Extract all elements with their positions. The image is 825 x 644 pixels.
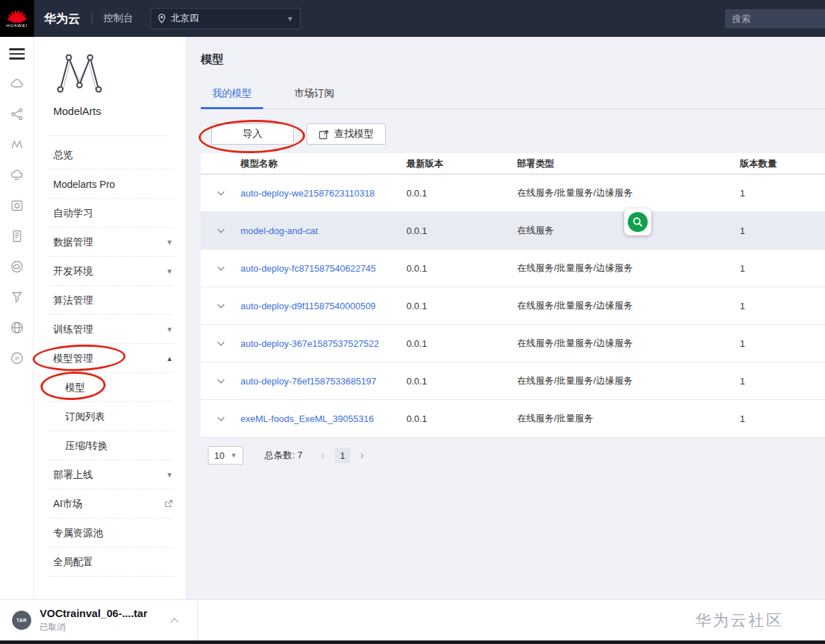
- product-name: ModelArts: [53, 105, 186, 117]
- model-name-link[interactable]: exeML-foods_ExeML_39055316: [240, 413, 406, 424]
- chevron-down-icon: ▼: [166, 326, 173, 333]
- expand-chevron-icon[interactable]: [201, 229, 240, 232]
- page-size-select[interactable]: 10 ▼: [208, 446, 243, 465]
- sidebar-item-dev-environment[interactable]: 开发环境▼: [34, 257, 186, 286]
- container-icon[interactable]: [10, 199, 24, 213]
- funnel-icon[interactable]: [10, 290, 24, 304]
- model-name-link[interactable]: auto-deploy-we21587623110318: [240, 188, 406, 199]
- sidebar-item-overview[interactable]: 总览: [34, 140, 186, 170]
- modelarts-logo: [34, 37, 186, 98]
- sidebar-item-deployment[interactable]: 部署上线▼: [34, 460, 186, 489]
- modelarts-rail-icon[interactable]: [10, 138, 24, 152]
- sidebar-item-subscription-list[interactable]: 订阅列表: [34, 402, 186, 431]
- download-bar: TAR VOCtrainval_06-....tar 已取消 华为云社区: [0, 599, 825, 640]
- cloud-circle-icon[interactable]: [10, 260, 24, 274]
- model-name-link[interactable]: auto-deploy-367e1587537527522: [240, 338, 406, 349]
- model-version: 0.0.1: [406, 263, 517, 274]
- header-latest-version: 最新版本: [406, 157, 517, 170]
- sidebar-menu: 总览 Modelarts Pro 自动学习 数据管理▼ 开发环境▼ 算法管理 训…: [34, 140, 186, 577]
- expand-chevron-icon[interactable]: [201, 304, 240, 307]
- sidebar-item-modelarts-pro[interactable]: Modelarts Pro: [34, 170, 186, 199]
- find-model-icon: [319, 129, 329, 140]
- version-count: 1: [740, 188, 825, 199]
- deploy-type: 在线服务/批量服务/边缘服务: [517, 337, 740, 350]
- prev-page-button[interactable]: ‹: [321, 449, 324, 462]
- huawei-logo[interactable]: HUAWEI: [0, 0, 34, 37]
- sidebar-item-model[interactable]: 模型: [34, 373, 186, 402]
- page-title: 模型: [201, 52, 825, 67]
- zoom-annotation-badge: [624, 209, 651, 235]
- deploy-type: 在线服务/批量服务/边缘服务: [517, 262, 740, 274]
- toolbar: 导入 查找模型: [201, 123, 825, 145]
- version-count: 1: [740, 338, 825, 349]
- sidebar-item-dedicated-pool[interactable]: 专属资源池: [34, 518, 186, 548]
- sidebar-item-model-management[interactable]: 模型管理▲: [34, 344, 186, 373]
- table-row[interactable]: exeML-foods_ExeML_39055316 0.0.1 在线服务/批量…: [201, 400, 825, 438]
- header-version-count: 版本数量: [740, 157, 825, 170]
- magnifier-icon: [628, 212, 648, 232]
- table-row[interactable]: auto-deploy-76ef1587533685197 0.0.1 在线服务…: [201, 362, 825, 400]
- model-version: 0.0.1: [406, 338, 517, 349]
- model-version: 0.0.1: [406, 226, 517, 236]
- chevron-down-icon: ▼: [166, 471, 173, 479]
- tab-bar: 我的模型 市场订阅: [201, 87, 825, 109]
- table-row[interactable]: model-dog-and-cat 0.0.1 在线服务 1: [201, 212, 825, 250]
- expand-chevron-icon[interactable]: [201, 267, 240, 270]
- region-selector[interactable]: 北京四 ▼: [150, 8, 301, 29]
- download-file-name[interactable]: VOCtrainval_06-....tar: [40, 607, 148, 619]
- next-page-button[interactable]: ›: [360, 449, 364, 462]
- model-name-link[interactable]: auto-deploy-76ef1587533685197: [240, 376, 406, 387]
- table-row[interactable]: auto-deploy-we21587623110318 0.0.1 在线服务/…: [201, 174, 825, 212]
- table-row[interactable]: auto-deploy-d9f11587540000509 0.0.1 在线服务…: [201, 287, 825, 325]
- share-nodes-icon[interactable]: [10, 107, 24, 121]
- brand-name[interactable]: 华为云: [44, 11, 80, 27]
- chevron-up-icon: [170, 618, 178, 626]
- deploy-type: 在线服务/批量服务/边缘服务: [517, 299, 740, 312]
- import-button[interactable]: 导入: [211, 123, 294, 145]
- expand-chevron-icon[interactable]: [201, 379, 240, 382]
- watermark-text: 华为云社区: [695, 610, 784, 631]
- expand-chevron-icon[interactable]: [201, 191, 240, 194]
- cloud-deploy-icon[interactable]: [10, 168, 24, 182]
- global-search-input[interactable]: [725, 9, 825, 28]
- location-pin-icon: [157, 13, 166, 23]
- huawei-flower-icon: [8, 9, 26, 23]
- document-icon[interactable]: [10, 229, 24, 243]
- current-page-button[interactable]: 1: [335, 448, 350, 463]
- table-row[interactable]: auto-deploy-fc871587540622745 0.0.1 在线服务…: [201, 250, 825, 287]
- sidebar-item-compress-convert[interactable]: 压缩/转换: [34, 431, 186, 460]
- download-status: 已取消: [40, 621, 148, 633]
- sidebar-item-global-config[interactable]: 全局配置: [34, 548, 186, 577]
- sidebar-divider: [48, 135, 167, 136]
- console-link[interactable]: 控制台: [104, 12, 133, 25]
- version-count: 1: [740, 376, 825, 387]
- find-model-button[interactable]: 查找模型: [306, 123, 386, 145]
- model-version: 0.0.1: [406, 188, 517, 199]
- tab-my-models[interactable]: 我的模型: [201, 87, 263, 109]
- model-name-link[interactable]: model-dog-and-cat: [240, 226, 406, 236]
- model-table: 模型名称 最新版本 部署类型 版本数量 auto-deploy-we215876…: [201, 153, 825, 438]
- chevron-up-icon: ▲: [166, 355, 173, 362]
- model-version: 0.0.1: [406, 413, 517, 424]
- collapse-download-button[interactable]: [167, 612, 182, 629]
- cloud-service-icon[interactable]: [10, 77, 24, 91]
- download-info: VOCtrainval_06-....tar 已取消: [40, 607, 148, 633]
- menu-toggle-button[interactable]: [9, 45, 25, 62]
- sidebar-item-training-management[interactable]: 训练管理▼: [34, 315, 186, 344]
- globe-icon[interactable]: [10, 321, 24, 335]
- external-link-icon: [164, 499, 173, 509]
- topbar: HUAWEI 华为云 控制台 北京四 ▼: [0, 0, 825, 37]
- version-count: 1: [740, 226, 825, 236]
- sidebar-item-algorithm-management[interactable]: 算法管理: [34, 286, 186, 315]
- model-name-link[interactable]: auto-deploy-d9f11587540000509: [240, 301, 406, 311]
- header-deploy-type: 部署类型: [517, 157, 740, 170]
- model-name-link[interactable]: auto-deploy-fc871587540622745: [240, 263, 406, 274]
- expand-chevron-icon[interactable]: [201, 342, 240, 345]
- ip-icon[interactable]: IP: [10, 351, 24, 365]
- expand-chevron-icon[interactable]: [201, 417, 240, 420]
- tab-market-subscription[interactable]: 市场订阅: [283, 87, 345, 109]
- sidebar-item-data-management[interactable]: 数据管理▼: [34, 228, 186, 257]
- sidebar-item-auto-learning[interactable]: 自动学习: [34, 199, 186, 228]
- table-row[interactable]: auto-deploy-367e1587537527522 0.0.1 在线服务…: [201, 325, 825, 362]
- sidebar-item-ai-market[interactable]: AI市场: [34, 489, 186, 518]
